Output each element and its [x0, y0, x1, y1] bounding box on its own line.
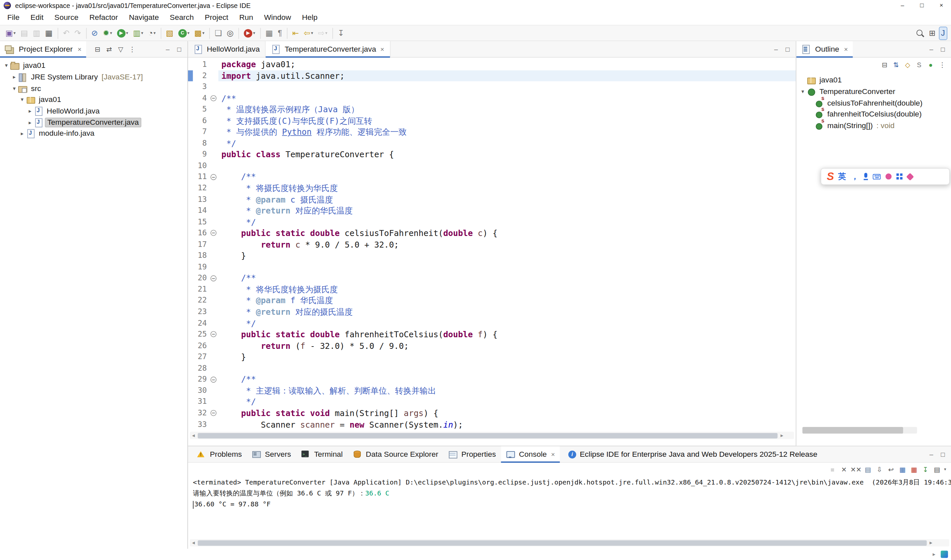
new-java-project-button[interactable]: ▧	[164, 26, 175, 40]
code-line[interactable]: 19	[188, 261, 796, 272]
scrollbar-thumb[interactable]	[198, 540, 926, 545]
code-line[interactable]: 5 * 温度转换器示例程序（Java 版）	[188, 104, 796, 115]
new-java-class-button[interactable]: C▾	[177, 26, 191, 40]
forward-button[interactable]: ⇨▾	[316, 26, 329, 40]
fold-collapse-icon[interactable]: −	[211, 95, 217, 101]
project-explorer-tab[interactable]: Project Explorer ×	[0, 42, 86, 57]
outline-item-celsiustofahrenheit[interactable]: celsiusToFahrenheit(double)	[796, 97, 951, 109]
pin-editor-button[interactable]: ↧	[336, 26, 346, 40]
terminate-icon[interactable]: ■	[827, 464, 837, 475]
print-button[interactable]: ▦	[43, 26, 55, 40]
fold-collapse-icon[interactable]: −	[211, 174, 217, 180]
outline-item-temperatureconverter[interactable]: ▾TemperatureConverter	[796, 86, 951, 97]
collapse-all-icon[interactable]: ⊟	[92, 44, 103, 55]
expander-icon[interactable]: ▸	[18, 131, 26, 137]
editor-tab-temperatureconverter-java[interactable]: TemperatureConverter.java×	[266, 42, 390, 57]
fold-collapse-icon[interactable]: −	[211, 331, 217, 337]
code-line[interactable]: 7 * 与你提供的 Python 程序功能、逻辑完全一致	[188, 126, 796, 138]
console-horizontal-scrollbar[interactable]: ◂ ▸	[190, 539, 949, 546]
open-perspective-button[interactable]: ⊞	[927, 26, 937, 40]
show-on-stdout-icon[interactable]: ▦	[897, 464, 908, 475]
maximize-view-button[interactable]: □	[783, 44, 793, 55]
view-menu-icon[interactable]: ⋮	[127, 44, 137, 55]
view-tab-console[interactable]: Console×	[501, 446, 560, 462]
window-minimize-button[interactable]: –	[893, 0, 912, 10]
view-tab-terminal[interactable]: Terminal	[296, 446, 348, 462]
collapse-all-icon[interactable]: ⊟	[880, 60, 890, 71]
menu-search[interactable]: Search	[164, 12, 199, 24]
save-all-button[interactable]: ▥	[31, 26, 42, 40]
remove-launch-icon[interactable]: ✕	[839, 464, 849, 475]
code-line[interactable]: 15 */	[188, 217, 796, 228]
tree-item-jre-system-library[interactable]: ▸JRE System Library [JavaSE-17]	[0, 71, 187, 83]
link-with-editor-icon[interactable]: ⇄	[104, 44, 114, 55]
outline-horizontal-scrollbar[interactable]	[802, 427, 917, 434]
code-editor[interactable]: 1package java01;2import java.util.Scanne…	[188, 58, 796, 431]
code-line[interactable]: 1package java01;	[188, 59, 796, 70]
code-line[interactable]: 21 * 将华氏度转换为摄氏度	[188, 284, 796, 295]
filter-icon[interactable]: ▽	[115, 44, 126, 55]
menu-navigate[interactable]: Navigate	[123, 12, 164, 24]
code-line[interactable]: 8 */	[188, 138, 796, 149]
scrollbar-thumb[interactable]	[198, 432, 777, 438]
tree-item-package-java01[interactable]: ▾java01	[0, 94, 187, 105]
code-line[interactable]: 14 * @return 对应的华氏温度	[188, 205, 796, 217]
status-scroll-right-icon[interactable]: ▸	[931, 551, 938, 557]
save-button[interactable]: ▤	[18, 26, 30, 40]
search-button[interactable]	[914, 26, 926, 40]
new-java-package-button[interactable]: ▩▾	[192, 26, 206, 40]
maximize-view-button[interactable]: □	[938, 449, 948, 460]
console-output[interactable]: <terminated> TemperatureConverter [Java …	[188, 476, 951, 538]
window-close-button[interactable]: ×	[931, 0, 951, 10]
menu-source[interactable]: Source	[49, 12, 84, 24]
code-line[interactable]: 33 Scanner scanner = new Scanner(System.…	[188, 418, 796, 430]
code-line[interactable]: 20− /**	[188, 272, 796, 284]
menu-edit[interactable]: Edit	[25, 12, 49, 24]
scrollbar-thumb[interactable]	[802, 427, 903, 434]
tree-item-module-info-java[interactable]: ▸module-info.java	[0, 128, 187, 139]
hide-fields-icon[interactable]: ◇	[902, 60, 913, 71]
remove-all-launches-icon[interactable]: ✕✕	[850, 464, 862, 475]
undo-button[interactable]: ↶	[61, 26, 71, 40]
show-on-stderr-icon[interactable]: ▦	[909, 464, 919, 475]
tree-item-helloworld-java[interactable]: ▸HelloWorld.java	[0, 105, 187, 117]
pin-console-icon[interactable]: ↧	[920, 464, 931, 475]
view-tab-data-source-explorer[interactable]: Data Source Explorer	[348, 446, 443, 462]
code-line[interactable]: 9public class TemperatureConverter {	[188, 149, 796, 160]
code-line[interactable]: 10	[188, 160, 796, 171]
fold-collapse-icon[interactable]: −	[211, 230, 217, 236]
hide-non-public-icon[interactable]: ●	[925, 60, 936, 71]
expander-icon[interactable]: ▾	[18, 97, 26, 103]
scroll-left-icon[interactable]: ◂	[190, 540, 197, 546]
outline-tab[interactable]: Outline ×	[796, 42, 853, 57]
code-line[interactable]: 24 */	[188, 317, 796, 329]
skip-all-breakpoints-button[interactable]: ⊘	[89, 26, 100, 40]
external-tools-button[interactable]: ▶▾	[242, 26, 257, 40]
coverage-button[interactable]: ▥▾	[131, 26, 145, 40]
maximize-view-button[interactable]: □	[174, 44, 185, 55]
expander-icon[interactable]: ▾	[10, 85, 18, 91]
ime-punctuation-icon[interactable]: ，	[851, 171, 859, 182]
view-menu-icon[interactable]: ⋮	[937, 60, 947, 71]
scroll-left-icon[interactable]: ◂	[190, 432, 197, 438]
menu-window[interactable]: Window	[259, 12, 296, 24]
code-line[interactable]: 12 * 将摄氏度转换为华氏度	[188, 183, 796, 194]
java-perspective-button[interactable]: J	[939, 26, 947, 40]
fold-collapse-icon[interactable]: −	[211, 376, 217, 382]
code-line[interactable]: 26 return (f - 32.0) * 5.0 / 9.0;	[188, 340, 796, 351]
view-tab-servers[interactable]: Servers	[246, 446, 296, 462]
toggle-mark-occurrences-button[interactable]: ▦	[263, 26, 275, 40]
menu-project[interactable]: Project	[199, 12, 234, 24]
code-line[interactable]: 4−/**	[188, 93, 796, 104]
minimize-view-button[interactable]: –	[163, 44, 173, 55]
word-wrap-icon[interactable]: ↩	[886, 464, 896, 475]
expander-icon[interactable]: ▾	[799, 89, 807, 95]
outline-item-main[interactable]: main(String[]) : void	[796, 120, 951, 131]
run-button[interactable]: ▶▾	[115, 26, 130, 40]
ime-lang-indicator[interactable]: 英	[838, 171, 846, 182]
ime-keyboard-icon[interactable]	[873, 174, 881, 179]
code-line[interactable]: 16− public static double celsiusToFahren…	[188, 228, 796, 238]
maximize-view-button[interactable]: □	[938, 44, 948, 55]
code-line[interactable]: 17 return c * 9.0 / 5.0 + 32.0;	[188, 238, 796, 250]
code-line[interactable]: 27 }	[188, 351, 796, 362]
